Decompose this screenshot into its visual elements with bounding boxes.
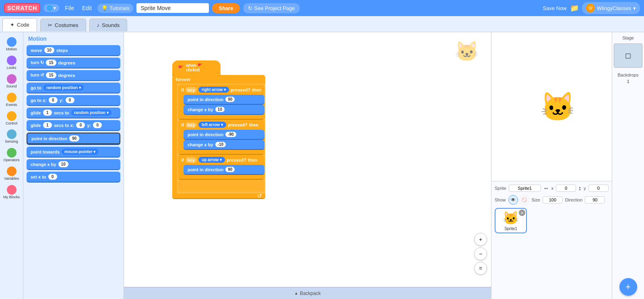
sound-icon: ♪ — [97, 22, 100, 28]
category-variables-label: Variables — [4, 177, 19, 181]
hat-block[interactable]: 🚩 when 🚩 clicked — [172, 60, 221, 75]
right-arrow-dropdown[interactable]: right arrow ▾ — [198, 87, 229, 93]
sensing-dot — [7, 129, 17, 139]
block-turn-ccw[interactable]: turn ↺ 15 degrees — [27, 70, 120, 80]
up-arrow-dropdown[interactable]: up arrow ▾ — [198, 157, 225, 163]
zoom-controls: + − = — [474, 233, 487, 275]
backpack-bar[interactable]: ▲ Backpack — [124, 287, 491, 299]
globe-icon: 🌐 — [47, 5, 53, 11]
point-dir-block-3[interactable]: point in direction 90 — [184, 165, 264, 174]
block-point-towards[interactable]: point towards mouse-pointer ▾ — [27, 147, 120, 157]
myblocks-dot — [7, 185, 17, 195]
hide-button[interactable]: 🚫 — [520, 195, 529, 205]
forever-block[interactable]: forever if key right arrow ▾ pressed? th… — [172, 75, 265, 198]
sprite-props-row2: Show 👁 🚫 Size Direction — [495, 195, 609, 205]
code-icon: ✦ — [10, 22, 14, 28]
category-sensing-label: Sensing — [5, 140, 18, 144]
block-point-direction[interactable]: point in direction 90 — [27, 133, 120, 144]
category-operators[interactable]: Operators — [1, 146, 22, 164]
if-block-up[interactable]: if key up arrow ▾ pressed? then point in… — [178, 155, 264, 179]
blocks-panel: Motion move 10 steps turn ↻ 15 degrees t… — [23, 32, 124, 299]
category-motion[interactable]: Motion — [1, 35, 22, 53]
x-label: x — [551, 186, 554, 191]
block-move-steps[interactable]: move 10 steps — [27, 45, 120, 55]
stage-thumbnail[interactable]: □ — [614, 44, 642, 68]
backdrops-label: Backdrops — [612, 69, 644, 79]
point-dir-block-2[interactable]: point in direction -90 — [184, 130, 264, 139]
block-go-to[interactable]: go to random position ▾ — [27, 83, 120, 93]
lightbulb-icon: 💡 — [101, 5, 108, 11]
block-turn-cw[interactable]: turn ↻ 15 degrees — [27, 58, 120, 68]
x-input[interactable] — [556, 185, 576, 192]
block-glide-xy[interactable]: glide 1 secs to x: 0 y: 0 — [27, 120, 120, 130]
if-block-left[interactable]: if key left arrow ▾ pressed? then point … — [178, 120, 264, 154]
point-dir-block-1[interactable]: point in direction 90 — [184, 95, 264, 104]
tutorials-button[interactable]: 💡 Tutorials — [97, 4, 133, 13]
hat-text: when 🚩 clicked — [186, 63, 215, 72]
size-label: Size — [532, 197, 540, 202]
tab-sounds[interactable]: ♪ Sounds — [89, 19, 128, 31]
file-menu[interactable]: File — [62, 3, 76, 13]
empty-block-placeholder — [178, 180, 264, 192]
folder-button[interactable]: 📁 — [570, 4, 579, 12]
folder-icon: 📁 — [570, 4, 579, 12]
size-input[interactable] — [543, 196, 563, 203]
tab-code[interactable]: ✦ Code — [2, 18, 37, 31]
hat-flag-icon: 🚩 — [178, 65, 184, 71]
category-variables[interactable]: Variables — [1, 165, 22, 183]
stage-thumb-icon: □ — [625, 51, 630, 60]
category-events[interactable]: Events — [1, 91, 22, 109]
motion-dot — [7, 37, 17, 47]
change-x-block-1[interactable]: change x by 10 — [184, 105, 264, 114]
tab-costumes[interactable]: ✂ Costumes — [40, 19, 86, 31]
show-hide-controls: 👁 🚫 — [508, 195, 529, 205]
share-button[interactable]: Share — [212, 3, 239, 13]
change-x-block-2[interactable]: change x by -10 — [184, 140, 264, 149]
direction-input[interactable] — [585, 196, 605, 203]
sprite-delete-button[interactable]: ✕ — [519, 210, 525, 216]
language-selector[interactable]: 🌐 ▾ — [43, 4, 59, 12]
key-label-1: key — [186, 87, 197, 93]
control-dot — [7, 111, 17, 121]
category-control[interactable]: Control — [1, 110, 22, 127]
sprite-name-input[interactable] — [509, 185, 541, 192]
zoom-out-button[interactable]: − — [474, 247, 487, 260]
sprite-thumbnail: 🐱 — [503, 210, 519, 226]
block-glide-to[interactable]: glide 1 secs to random position ▾ — [27, 108, 120, 118]
category-sound[interactable]: Sound — [1, 73, 22, 90]
edit-menu[interactable]: Edit — [80, 3, 94, 13]
block-change-x[interactable]: change x by 10 — [27, 159, 120, 169]
main-layout: Motion Looks Sound Events Control Sensin… — [0, 32, 644, 299]
looks-dot — [7, 56, 17, 65]
if-block-right[interactable]: if key right arrow ▾ pressed? then point… — [178, 85, 264, 119]
sprite-card-sprite1[interactable]: ✕ 🐱 Sprite1 — [495, 208, 527, 233]
add-sprite-button[interactable]: + — [619, 278, 637, 296]
right-inner: ⚑ ■ ⊡ ⊞ ⛶ 🐱 — [491, 32, 644, 299]
show-button[interactable]: 👁 — [508, 195, 518, 205]
category-myblocks[interactable]: My Blocks — [1, 183, 22, 201]
y-input[interactable] — [588, 185, 609, 192]
project-name-input[interactable] — [136, 3, 209, 13]
zoom-reset-button[interactable]: = — [474, 262, 487, 275]
right-panel: ⚑ ■ ⊡ ⊞ ⛶ 🐱 — [491, 32, 644, 299]
category-sensing[interactable]: Sensing — [1, 128, 22, 145]
block-set-x[interactable]: set x to 0 — [27, 172, 120, 182]
y-label: y — [584, 186, 586, 191]
sprite-label: Sprite — [495, 186, 506, 191]
user-menu[interactable]: W WlingyClasses ▾ — [582, 2, 640, 14]
category-looks[interactable]: Looks — [1, 54, 22, 72]
x-arrow-icon: ↔ — [543, 185, 549, 191]
scratch-logo[interactable]: SCRATCH — [4, 3, 40, 13]
loop-arrow-icon: ↺ — [257, 193, 262, 199]
see-project-button[interactable]: ↻ See Project Page — [243, 3, 300, 13]
block-go-to-xy[interactable]: go to x: 0 y: 0 — [27, 95, 120, 105]
left-arrow-dropdown[interactable]: left arrow ▾ — [198, 122, 226, 128]
save-now-button[interactable]: Save Now — [543, 5, 567, 11]
panel-title: Motion — [27, 35, 120, 42]
backpack-arrow-icon: ▲ — [294, 291, 298, 295]
workspace[interactable]: 🐱 🚩 when 🚩 clicked forever if — [124, 32, 491, 299]
scissors-icon: ✂ — [48, 22, 52, 28]
categories-panel: Motion Looks Sound Events Control Sensin… — [0, 32, 23, 299]
sprites-section: Sprite ↔ x ↕ y Show 👁 🚫 — [491, 181, 612, 299]
zoom-in-button[interactable]: + — [474, 233, 487, 246]
